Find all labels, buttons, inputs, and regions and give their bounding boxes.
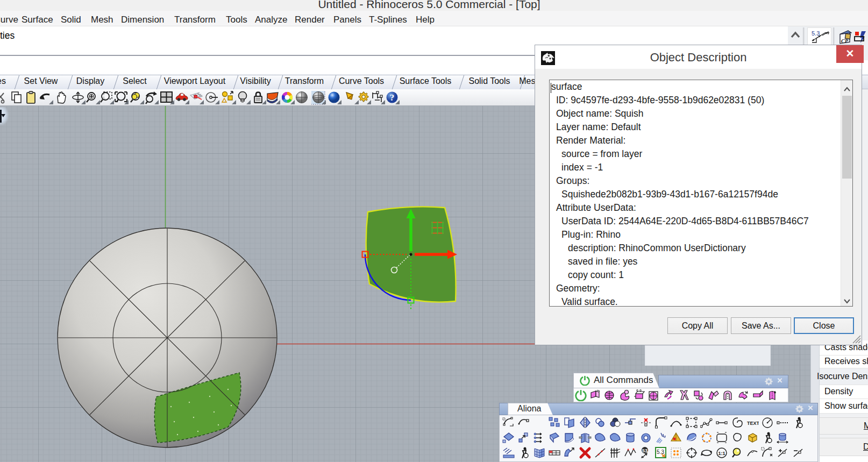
svg-text:5.3: 5.3 bbox=[812, 30, 820, 37]
svg-text:?: ? bbox=[390, 93, 395, 103]
svg-text:53: 53 bbox=[642, 448, 648, 453]
svg-text:1:1: 1:1 bbox=[718, 451, 725, 456]
svg-text:5.3: 5.3 bbox=[657, 449, 664, 455]
svg-text:CP: CP bbox=[841, 38, 849, 44]
svg-text:TEXT: TEXT bbox=[747, 421, 759, 426]
